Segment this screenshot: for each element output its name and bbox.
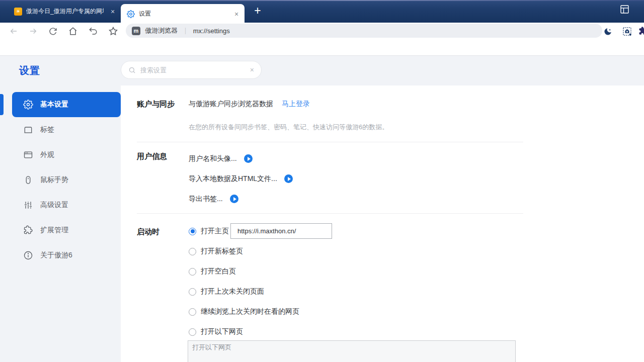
startup-option-new-tab[interactable]: 打开新标签页 (189, 247, 243, 256)
radio-label: 打开主页 (201, 227, 229, 236)
radio-unselected[interactable] (189, 308, 196, 316)
play-button-icon[interactable] (230, 195, 238, 203)
browser-brand-label: 傲游浏览器 (145, 26, 178, 35)
row-label: 导出书签... (189, 195, 223, 203)
new-tab-button[interactable]: + (250, 4, 265, 19)
reload-button[interactable] (47, 25, 59, 37)
settings-page: 设置 × 基本设置 标签 (0, 56, 644, 362)
screenshot-icon[interactable] (621, 25, 633, 37)
login-link[interactable]: 马上登录 (282, 100, 310, 109)
maxthon-logo-icon: m (132, 27, 140, 35)
startup-webpages-textarea[interactable] (188, 340, 516, 362)
browser-window: ☀ 傲游今日_傲游用户专属的网址导 × 设置 × + (0, 0, 644, 362)
info-icon (23, 250, 33, 260)
sliders-icon (23, 200, 33, 210)
sidebar-item-label: 鼠标手势 (40, 175, 68, 185)
startup-option-homepage[interactable]: 打开主页 (189, 227, 229, 236)
window-layout-icon[interactable] (620, 5, 629, 14)
sidebar-item-advanced-settings[interactable]: 高级设置 (12, 193, 121, 218)
address-url: mx://settings (193, 27, 230, 35)
radio-unselected[interactable] (189, 288, 196, 296)
startup-option-blank-page[interactable]: 打开空白页 (189, 267, 236, 276)
homepage-url-input[interactable] (230, 223, 332, 239)
settings-gear-favicon-icon (127, 10, 135, 18)
forward-button[interactable] (27, 25, 39, 37)
sidebar-item-label: 关于傲游6 (40, 251, 72, 260)
radio-label: 打开以下网页 (201, 327, 243, 336)
sidebar-item-label: 基本设置 (40, 100, 68, 109)
startup-option-continue-browsing[interactable]: 继续浏览上次关闭时在看的网页 (189, 307, 299, 316)
browser-window-icon (23, 150, 33, 160)
night-mode-moon-icon[interactable] (602, 25, 614, 37)
radio-unselected[interactable] (189, 268, 196, 276)
radio-selected[interactable] (189, 228, 196, 235)
row-label: 导入本地数据及HTML文件... (189, 174, 277, 183)
radio-label: 继续浏览上次关闭时在看的网页 (201, 307, 299, 316)
mouse-icon (23, 175, 33, 185)
tab-settings[interactable]: 设置 × (121, 4, 245, 23)
section-divider (137, 142, 523, 142)
search-icon (128, 66, 136, 74)
address-separator: ｜ (182, 26, 189, 35)
sidebar-item-label: 标签 (40, 125, 54, 134)
section-title-startup: 启动时 (137, 227, 159, 237)
row-label: 用户名和头像... (189, 154, 237, 162)
play-button-icon[interactable] (284, 174, 293, 183)
sidebar-item-basic-settings[interactable]: 基本设置 (12, 92, 121, 117)
user-info-row-export[interactable]: 导出书签... (189, 195, 238, 204)
section-divider (137, 213, 523, 214)
radio-label: 打开新标签页 (201, 247, 243, 256)
user-info-row-avatar[interactable]: 用户名和头像... (189, 154, 253, 163)
sync-detail-text: 在您的所有设备间同步书签、密码、笔记、快速访问等傲游6的数据。 (189, 123, 388, 132)
puzzle-icon (23, 225, 33, 235)
maxthon-today-favicon-icon: ☀ (14, 8, 22, 16)
browser-toolbar: m 傲游浏览器 ｜ mx://settings (0, 23, 644, 56)
sidebar-item-about[interactable]: 关于傲游6 (12, 243, 121, 268)
radio-unselected[interactable] (189, 248, 196, 255)
sidebar-item-label: 扩展管理 (40, 226, 68, 235)
settings-search-box[interactable]: × (121, 61, 262, 79)
tab-title: 傲游今日_傲游用户专属的网址导 (26, 7, 104, 16)
sidebar-item-appearance[interactable]: 外观 (12, 142, 121, 167)
sidebar-item-label: 高级设置 (40, 201, 68, 210)
tab-bar: ☀ 傲游今日_傲游用户专属的网址导 × 设置 × + (0, 0, 644, 23)
home-button[interactable] (67, 25, 79, 37)
search-clear-icon[interactable]: × (250, 66, 254, 74)
tab-icon (23, 125, 33, 135)
sidebar-item-tabs[interactable]: 标签 (12, 117, 121, 142)
user-info-row-import[interactable]: 导入本地数据及HTML文件... (189, 174, 293, 184)
extensions-puzzle-icon[interactable] (637, 25, 644, 37)
tab-maxthon-today[interactable]: ☀ 傲游今日_傲游用户专属的网址导 × (8, 0, 121, 23)
section-title-account-sync: 账户与同步 (137, 100, 175, 109)
sync-description: 与傲游账户同步浏览器数据 (189, 100, 273, 109)
settings-content: 账户与同步 与傲游账户同步浏览器数据 马上登录 在您的所有设备间同步书签、密码、… (121, 85, 644, 362)
gear-icon (23, 100, 33, 110)
tab-title: 设置 (139, 10, 227, 18)
undo-button[interactable] (87, 25, 99, 37)
back-button[interactable] (8, 25, 20, 37)
page-title: 设置 (19, 64, 40, 77)
address-bar[interactable]: m 傲游浏览器 ｜ mx://settings (126, 24, 602, 38)
section-title-user-info: 用户信息 (137, 152, 167, 161)
startup-option-last-unclosed[interactable]: 打开上次未关闭页面 (189, 287, 264, 296)
sidebar-item-mouse-gestures[interactable]: 鼠标手势 (12, 167, 121, 193)
radio-label: 打开空白页 (201, 267, 236, 276)
tab-close-icon[interactable]: × (108, 8, 118, 16)
radio-unselected[interactable] (189, 328, 196, 336)
search-input[interactable] (140, 66, 250, 74)
radio-label: 打开上次未关闭页面 (201, 287, 264, 296)
active-item-accent-bar (0, 94, 4, 115)
sidebar-item-extensions[interactable]: 扩展管理 (12, 218, 121, 243)
sidebar-item-label: 外观 (40, 150, 54, 159)
play-button-icon[interactable] (244, 154, 253, 163)
favorites-star-button[interactable] (107, 25, 119, 37)
tab-close-icon[interactable]: × (231, 10, 242, 18)
startup-option-specific-pages[interactable]: 打开以下网页 (189, 327, 243, 336)
